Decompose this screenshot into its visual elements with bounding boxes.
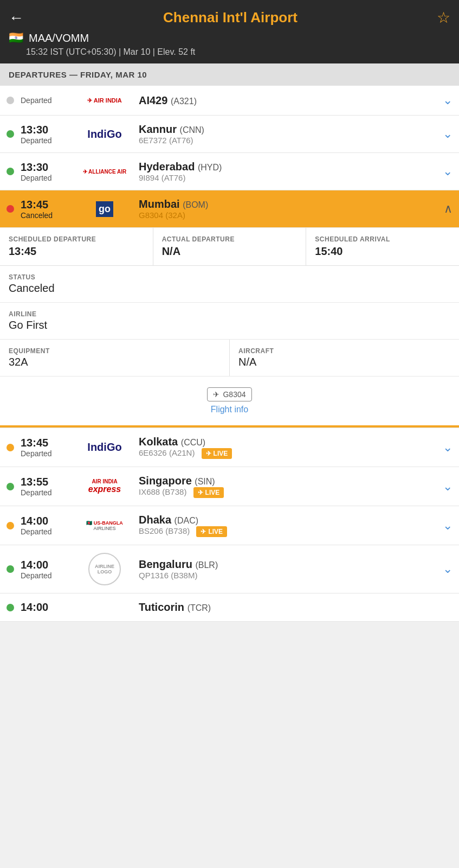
flight-row[interactable]: 14:00 Departed AIRLINE LOGO Bengaluru (B… [0, 545, 459, 593]
flight-time-col: 13:30 Departed [21, 161, 75, 182]
expand-chevron[interactable]: ⌄ [443, 519, 452, 533]
indigo-logo: IndiGo [87, 128, 121, 141]
airline-logo-col: go [75, 201, 134, 217]
flight-row[interactable]: Departed ✈ AIR INDIA AI429 (A321) ⌄ [0, 86, 459, 116]
flight-row[interactable]: 13:30 Departed IndiGo Kannur (CNN) 6E737… [0, 116, 459, 153]
flight-time-col: 14:00 Departed [21, 559, 75, 580]
flight-row[interactable]: 13:30 Departed ✈ ALLIANCE AIR Hyderabad … [0, 153, 459, 190]
status-dot [7, 205, 14, 213]
flight-number: 6E7372 (AT76) [139, 136, 438, 145]
section-header: DEPARTURES — FRIDAY, MAR 10 [0, 63, 459, 86]
flight-info-block: ✈ G8304 Flight info [0, 376, 459, 427]
actual-departure-cell: ACTUAL DEPARTURE N/A [153, 228, 307, 265]
flight-time-col: 13:45 Departed [21, 437, 75, 458]
airline-row: AIRLINE Go First [0, 303, 459, 340]
dest-name: Tuticorin (TCR) [139, 601, 452, 614]
flag-icon: 🇮🇳 [9, 31, 23, 45]
flight-number: IX688 (B738) ✈ LIVE [139, 487, 438, 498]
flight-number: BS206 (B738) ✈ LIVE [139, 526, 438, 537]
flight-status: Departed [21, 96, 75, 105]
actual-departure-label: ACTUAL DEPARTURE [162, 235, 298, 243]
flight-code-badge: G8304 [223, 390, 245, 399]
flight-time: 13:30 [21, 161, 75, 174]
expand-chevron[interactable]: ⌄ [443, 93, 452, 107]
flight-number: G8304 (32A) [139, 210, 439, 220]
back-button[interactable]: ← [9, 9, 24, 27]
flight-number: 9I894 (AT76) [139, 173, 438, 182]
airline-label: AIRLINE [9, 310, 450, 318]
dest-name: Kolkata (CCU) [139, 436, 438, 448]
flight-status: Departed [21, 136, 75, 145]
flight-list: Departed ✈ AIR INDIA AI429 (A321) ⌄ 13:3… [0, 86, 459, 622]
flight-row[interactable]: 13:55 Departed AIR INDIA express Singapo… [0, 467, 459, 506]
airport-time: 15:32 IST (UTC+05:30) | Mar 10 | Elev. 5… [9, 47, 450, 57]
live-badge: ✈ LIVE [193, 487, 224, 498]
flight-row-go-first[interactable]: 13:45 Canceled go Mumbai (BOM) G8304 (32… [0, 190, 459, 228]
flight-time: 14:00 [21, 515, 75, 527]
flight-info-link[interactable]: Flight info [211, 405, 248, 414]
flight-time: 14:00 [21, 601, 75, 614]
flight-time-col: Departed [21, 96, 75, 105]
flight-status: Departed [21, 488, 75, 497]
alliance-air-logo: ✈ ALLIANCE AIR [83, 169, 127, 175]
airline-logo-col: IndiGo [75, 128, 134, 141]
flight-dest-col: AI429 (A321) [134, 94, 438, 107]
flight-row[interactable]: 14:00 Departed 🇧🇩 US-BANGLA AIRLINES Dha… [0, 506, 459, 545]
expand-chevron[interactable]: ⌄ [443, 480, 452, 494]
flight-dest-col: Dhaka (DAC) BS206 (B738) ✈ LIVE [134, 514, 438, 537]
status-row: STATUS Canceled [0, 266, 459, 303]
dest-name: Bengaluru (BLR) [139, 558, 438, 571]
status-value: Canceled [9, 282, 450, 295]
status-dot [7, 565, 14, 573]
flight-number: 6E6326 (A21N) ✈ LIVE [139, 448, 438, 459]
equipment-cell: EQUIPMENT 32A [0, 340, 230, 376]
flight-row[interactable]: 13:45 Departed IndiGo Kolkata (CCU) 6E63… [0, 428, 459, 467]
expand-chevron[interactable]: ⌄ [443, 441, 452, 455]
status-dot [7, 97, 14, 104]
scheduled-departure-label: SCHEDULED DEPARTURE [9, 235, 144, 243]
collapse-chevron[interactable]: ∧ [444, 202, 452, 216]
flight-time-col: 14:00 [21, 601, 75, 614]
flight-time: 14:00 [21, 559, 75, 571]
expand-chevron[interactable]: ⌄ [443, 164, 452, 178]
flight-row[interactable]: 14:00 Tuticorin (TCR) [0, 593, 459, 622]
airline-logo-col: AIR INDIA express [75, 478, 134, 494]
scheduled-arrival-label: SCHEDULED ARRIVAL [315, 235, 450, 243]
status-dot [7, 444, 14, 451]
flight-time: 13:55 [21, 476, 75, 488]
scheduled-departure-value: 13:45 [9, 245, 144, 258]
flight-time-col: 13:55 Departed [21, 476, 75, 497]
flight-dest-col: Kannur (CNN) 6E7372 (AT76) [134, 123, 438, 145]
live-plane-icon: ✈ [198, 489, 203, 496]
flight-dest-col: Singapore (SIN) IX688 (B738) ✈ LIVE [134, 475, 438, 498]
flight-status: Departed [21, 527, 75, 536]
flight-dest-col: Hyderabad (HYD) 9I894 (AT76) [134, 161, 438, 182]
favorite-icon[interactable]: ☆ [437, 9, 450, 27]
dest-name: AI429 (A321) [139, 94, 438, 107]
live-badge: ✈ LIVE [196, 526, 227, 537]
dest-name: Dhaka (DAC) [139, 514, 438, 526]
flight-dest-col: Bengaluru (BLR) QP1316 (B38M) [134, 558, 438, 580]
expand-chevron[interactable]: ⌄ [443, 562, 452, 576]
us-bangla-logo: 🇧🇩 US-BANGLA AIRLINES [86, 520, 123, 531]
placeholder-airline-logo: AIRLINE LOGO [88, 553, 121, 585]
flight-time: 13:45 [21, 199, 75, 211]
equipment-value: 32A [9, 356, 221, 368]
live-plane-icon: ✈ [201, 528, 206, 535]
aircraft-cell: AIRCRAFT N/A [230, 340, 459, 376]
live-label: LIVE [205, 489, 220, 496]
airline-value: Go First [9, 319, 450, 331]
status-dot [7, 604, 14, 611]
flight-dest-col: Mumbai (BOM) G8304 (32A) [134, 198, 439, 220]
expand-chevron[interactable]: ⌄ [443, 127, 452, 141]
status-dot [7, 483, 14, 490]
flight-status: Departed [21, 174, 75, 182]
live-plane-icon: ✈ [206, 450, 211, 457]
status-dot [7, 522, 14, 529]
flight-status: Departed [21, 571, 75, 580]
dest-name: Kannur (CNN) [139, 123, 438, 136]
scheduled-departure-cell: SCHEDULED DEPARTURE 13:45 [0, 228, 153, 265]
status-label: STATUS [9, 273, 450, 281]
flight-time-col: 14:00 Departed [21, 515, 75, 536]
indigo-logo: IndiGo [87, 441, 121, 454]
